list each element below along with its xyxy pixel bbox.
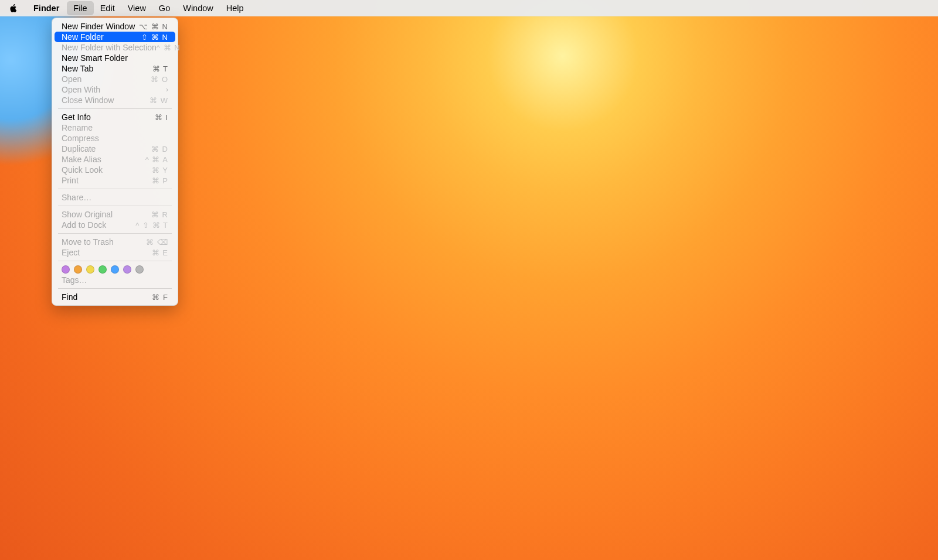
menu-item-label: Compress [62,134,99,143]
menu-item-label: Close Window [62,95,114,105]
menu-item-rename: Rename [55,122,175,133]
menu-item-label: New Finder Window [62,22,135,31]
menu-bar: Finder FileEditViewGoWindowHelp [0,0,938,16]
menu-item-label: New Folder with Selection [62,43,157,52]
menu-item-label: Open With [62,85,100,94]
menu-item-shortcut: ⌘ D [151,145,168,153]
menu-item-label: Share… [62,193,91,202]
menu-item-shortcut: ⌘ R [151,210,168,219]
menu-item-new-finder-window[interactable]: New Finder Window⌥ ⌘ N [55,21,175,32]
menubar-item-edit[interactable]: Edit [94,1,121,15]
menubar-item-view[interactable]: View [121,1,152,15]
menu-separator [58,108,172,109]
menu-item-new-tab[interactable]: New Tab⌘ T [55,63,175,74]
menu-item-close-window: Close Window⌘ W [55,95,175,105]
menu-item-shortcut: ^ ⌘ N [157,43,181,52]
menu-item-shortcut: ^ ⇧ ⌘ T [135,221,168,230]
menu-item-label: Rename [62,123,93,132]
menu-item-label: Add to Dock [62,220,106,230]
menubar-item-go[interactable]: Go [152,1,176,15]
menu-item-label: New Smart Folder [62,53,128,63]
menu-separator [58,206,172,206]
menu-item-shortcut: ⌘ W [149,96,168,105]
menu-item-label: New Folder [62,32,104,42]
tag-color-dot[interactable] [86,265,94,274]
menu-item-label: Duplicate [62,144,96,153]
menu-item-print: Print⌘ P [55,175,175,186]
menu-item-make-alias: Make Alias^ ⌘ A [55,154,175,165]
menubar-item-window[interactable]: Window [176,1,220,15]
menu-item-label: Move to Trash [62,237,114,247]
menubar-item-file[interactable]: File [67,1,93,15]
menu-item-find[interactable]: Find⌘ F [55,292,175,302]
menu-separator [58,189,172,189]
menu-item-show-original: Show Original⌘ R [55,209,175,220]
file-menu-dropdown: New Finder Window⌥ ⌘ NNew Folder⇧ ⌘ NNew… [52,18,178,306]
menu-item-shortcut: ⌥ ⌘ N [139,22,168,31]
menu-separator [58,288,172,289]
menu-item-duplicate: Duplicate⌘ D [55,144,175,154]
menu-item-shortcut: ⌘ P [152,176,168,185]
menu-item-label: Find [62,292,77,302]
menu-item-tags: Tags… [55,275,175,285]
tag-color-dot[interactable] [123,265,131,274]
tag-color-dot[interactable] [135,265,144,274]
menu-separator [58,233,172,234]
menu-item-compress: Compress [55,133,175,144]
menu-item-add-to-dock: Add to Dock^ ⇧ ⌘ T [55,220,175,230]
tag-color-dot[interactable] [111,265,119,274]
menu-item-shortcut: ⌘ I [155,113,168,122]
menu-item-shortcut: ⇧ ⌘ N [141,33,168,42]
menu-item-shortcut: ⌘ ⌫ [146,238,168,247]
menu-item-label: Open [62,74,81,84]
menu-item-open: Open⌘ O [55,74,175,84]
tag-color-dot[interactable] [62,265,70,274]
menu-item-new-folder-with-selection: New Folder with Selection^ ⌘ N [55,42,175,53]
menu-item-open-with: Open With› [55,84,175,95]
apple-menu-icon[interactable] [8,3,19,13]
menu-item-label: Get Info [62,112,91,122]
menu-item-label: Quick Look [62,165,103,175]
menu-item-label: Print [62,176,79,185]
menu-item-label: Make Alias [62,155,101,164]
menubar-app-name[interactable]: Finder [27,1,66,15]
menu-item-shortcut: ⌘ E [152,248,168,257]
menu-item-quick-look: Quick Look⌘ Y [55,165,175,175]
tag-color-dot[interactable] [74,265,82,274]
tag-color-dot[interactable] [98,265,107,274]
menu-item-move-to-trash: Move to Trash⌘ ⌫ [55,237,175,247]
menu-item-label: Tags… [62,275,87,285]
menubar-item-help[interactable]: Help [220,1,250,15]
menu-item-eject: Eject⌘ E [55,247,175,258]
chevron-right-icon: › [166,86,168,94]
menu-separator [58,261,172,261]
tags-color-row [55,264,175,275]
menu-item-new-smart-folder[interactable]: New Smart Folder [55,53,175,63]
menu-item-share: Share… [55,192,175,203]
menu-item-shortcut: ⌘ Y [152,166,168,175]
menu-item-new-folder[interactable]: New Folder⇧ ⌘ N [55,32,175,42]
menu-item-shortcut: ^ ⌘ A [145,155,168,164]
menu-item-shortcut: ⌘ F [152,293,168,302]
menu-item-shortcut: ⌘ T [152,64,168,73]
menu-item-get-info[interactable]: Get Info⌘ I [55,112,175,122]
menu-item-label: Show Original [62,210,113,219]
menu-item-label: Eject [62,248,80,257]
menu-item-label: New Tab [62,64,93,73]
menu-item-shortcut: ⌘ O [151,75,168,84]
